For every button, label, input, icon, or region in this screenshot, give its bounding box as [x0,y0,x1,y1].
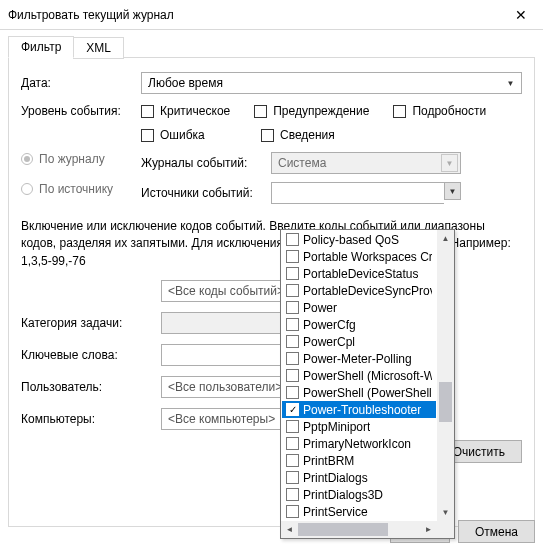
source-list-item-label: Policy-based QoS [303,233,399,247]
radio-by-log-label: По журналу [39,152,105,166]
radio-icon [21,153,33,165]
check-error[interactable]: Ошибка [141,128,237,142]
source-list-item[interactable]: PowerCpl [282,333,436,350]
source-list-item-label: PrintDialogs3D [303,488,383,502]
checkbox-icon [261,129,274,142]
check-warning-label: Предупреждение [273,104,369,118]
source-list-item[interactable]: PrimaryNetworkIcon [282,435,436,452]
event-sources-label: Источники событий: [141,186,271,200]
checkbox-icon [286,488,299,501]
source-list-item-label: PptpMiniport [303,420,370,434]
source-list-item[interactable]: PowerShell (PowerShell) [282,384,436,401]
filter-panel: Дата: Любое время ▼ Уровень события: Кри… [8,57,535,527]
source-list-item[interactable]: Policy-based QoS [282,231,436,248]
radio-by-source-label: По источнику [39,182,113,196]
source-list-item-label: PowerShell (PowerShell) [303,386,432,400]
checkbox-icon [286,403,299,416]
checkbox-icon [286,318,299,331]
scroll-left-icon[interactable]: ◄ [281,521,298,538]
checkbox-icon [393,105,406,118]
checkbox-icon [286,352,299,365]
checkbox-icon [141,105,154,118]
radio-icon [21,183,33,195]
date-dropdown[interactable]: Любое время ▼ [141,72,522,94]
source-list-item-label: PrimaryNetworkIcon [303,437,411,451]
vertical-scrollbar[interactable]: ▲ ▼ [437,230,454,521]
event-logs-dropdown: Система ▼ [271,152,461,174]
chevron-down-icon: ▼ [444,182,461,200]
source-list-item[interactable]: PrintDialogs [282,469,436,486]
check-critical[interactable]: Критическое [141,104,230,118]
source-list-item-label: Power-Troubleshooter [303,403,421,417]
source-list-item-label: PrintBRM [303,454,354,468]
user-label: Пользователь: [21,380,161,394]
window-title: Фильтровать текущий журнал [8,8,498,22]
source-list-item-label: PowerCfg [303,318,356,332]
scroll-up-icon[interactable]: ▲ [437,230,454,247]
event-sources-list[interactable]: Policy-based QoSPortable Workspaces Crea… [280,229,455,539]
date-value: Любое время [148,76,502,90]
checkbox-icon [286,335,299,348]
source-list-item[interactable]: PowerCfg [282,316,436,333]
source-list-item-label: Power-Meter-Polling [303,352,412,366]
scroll-thumb[interactable] [439,382,452,422]
source-list-item[interactable]: PrintDialogs3D [282,486,436,503]
event-logs-value: Система [278,156,441,170]
checkbox-icon [286,505,299,518]
tab-strip: Фильтр XML [8,36,543,58]
checkbox-icon [286,437,299,450]
checkbox-icon [286,301,299,314]
source-list-item-label: PortableDeviceStatus [303,267,418,281]
checkbox-icon [286,250,299,263]
tab-xml[interactable]: XML [73,37,124,59]
title-bar: Фильтровать текущий журнал ✕ [0,0,543,30]
close-icon: ✕ [515,7,527,23]
source-list-item[interactable]: Power-Meter-Polling [282,350,436,367]
check-warning[interactable]: Предупреждение [254,104,369,118]
close-button[interactable]: ✕ [498,0,543,30]
scroll-right-icon[interactable]: ► [420,521,437,538]
event-logs-label: Журналы событий: [141,156,271,170]
resize-grip[interactable] [437,521,454,538]
checkbox-icon [286,284,299,297]
source-list-item[interactable]: PowerShell (Microsoft-Wind [282,367,436,384]
source-list-item[interactable]: PortableDeviceSyncProvider [282,282,436,299]
check-info[interactable]: Сведения [261,128,335,142]
cancel-button[interactable]: Отмена [458,520,535,543]
checkbox-icon [286,471,299,484]
check-error-label: Ошибка [160,128,205,142]
source-list-item[interactable]: Portable Workspaces Creator [282,248,436,265]
source-list-item[interactable]: Power [282,299,436,316]
checkbox-icon [286,267,299,280]
source-list-item[interactable]: PrintBRM [282,452,436,469]
radio-by-source: По источнику [21,182,141,196]
level-label: Уровень события: [21,104,141,118]
check-info-label: Сведения [280,128,335,142]
source-list-item[interactable]: PrintService [282,503,436,520]
source-list-item[interactable]: Power-Troubleshooter [282,401,436,418]
computers-label: Компьютеры: [21,412,161,426]
checkbox-icon [286,233,299,246]
chevron-down-icon: ▼ [441,154,458,172]
event-sources-dropdown[interactable]: ▼ [271,182,461,204]
radio-by-log: По журналу [21,152,141,166]
keywords-label: Ключевые слова: [21,348,161,362]
horizontal-scrollbar[interactable]: ◄ ► [281,521,437,538]
check-critical-label: Критическое [160,104,230,118]
source-list-item-label: PowerCpl [303,335,355,349]
checkbox-icon [286,369,299,382]
checkbox-icon [141,129,154,142]
tab-filter[interactable]: Фильтр [8,36,74,58]
source-list-item[interactable]: PptpMiniport [282,418,436,435]
task-category-label: Категория задачи: [21,316,161,330]
source-list-item-label: Portable Workspaces Creator [303,250,432,264]
source-list-item-label: Power [303,301,337,315]
source-list-item-label: PrintService [303,505,368,519]
source-list-item-label: PrintDialogs [303,471,368,485]
source-list-item[interactable]: PortableDeviceStatus [282,265,436,282]
scroll-down-icon[interactable]: ▼ [437,504,454,521]
date-label: Дата: [21,76,141,90]
scroll-thumb[interactable] [298,523,388,536]
source-list-item-label: PowerShell (Microsoft-Wind [303,369,432,383]
check-verbose[interactable]: Подробности [393,104,486,118]
